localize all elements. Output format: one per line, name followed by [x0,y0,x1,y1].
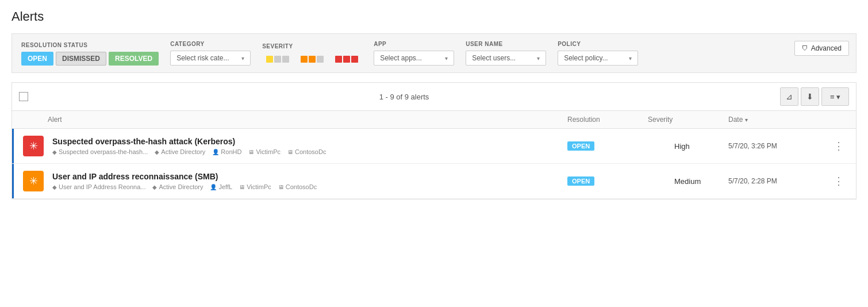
row-indicator [12,164,14,198]
table-row: ✳ User and IP address reconnaissance (SM… [12,164,856,199]
meta-machine2: 🖥 ContosoDc [287,148,326,155]
resolution-status-group: RESOLUTION STATUS OPEN DISMISSED RESOLVE… [21,42,159,66]
meta-machine1-text: VictimPc [247,183,271,190]
policy-group: POLICY Select policy... ▾ [558,41,638,66]
severity-dots [648,178,671,185]
sev-dot-1 [648,143,655,149]
alert-icon-high: ✳ [23,136,44,156]
user-icon: 👤 [210,184,217,190]
category-label: CATEGORY [170,41,251,47]
col-header-actions [832,116,849,124]
severity-dots [648,143,671,149]
meta-directory-text: Active Directory [159,183,203,190]
sev-dot-2 [656,178,663,185]
open-button[interactable]: OPEN [21,52,53,66]
col-header-severity: Severity [648,116,728,124]
username-placeholder: Select users... [472,54,516,62]
user-icon: 👤 [212,149,219,155]
col-header-date[interactable]: Date ▾ [728,116,832,124]
sort-arrow-icon: ▾ [745,117,748,123]
category-dropdown[interactable]: Select risk cate... ▾ [170,51,251,66]
sev-high-sq1 [335,56,342,63]
policy-label: POLICY [558,41,638,47]
meta-machine2-text: ContosoDc [295,148,326,155]
meta-user: 👤 JeffL [210,183,232,190]
date-col-label: Date [728,116,743,124]
machine1-icon: 🖥 [248,149,254,155]
resolution-cell: OPEN [567,141,648,151]
resolved-button[interactable]: RESOLVED [109,52,159,66]
meta-user: 👤 RonHD [212,148,241,155]
meta-machine2: 🖥 ContosoDc [278,183,317,190]
table-row: ✳ Suspected overpass-the-hash attack (Ke… [12,129,856,164]
meta-directory: ◆ Active Directory [155,148,205,155]
resolution-cell: OPEN [567,176,648,186]
meta-policy-text: Suspected overpass-the-hash... [59,148,148,155]
meta-policy: ◆ User and IP Address Reonna... [52,183,145,190]
alerts-table: 1 - 9 of 9 alerts ⊿ ⬇ ≡ ▾ Alert Resoluti… [11,82,857,199]
advanced-button[interactable]: ⛉ Advanced [794,41,849,56]
severity-cell: Medium [648,177,728,186]
policy-dropdown[interactable]: Select policy... ▾ [558,51,638,66]
alert-icon-medium: ✳ [23,171,44,191]
sev-low-sq3 [282,56,289,63]
username-dropdown[interactable]: Select users... ▾ [466,51,546,66]
meta-machine2-text: ContosoDc [286,183,317,190]
date-cell: 5/7/20, 3:26 PM [728,142,832,150]
resolution-status-controls: OPEN DISMISSED RESOLVED [21,52,159,66]
advanced-label: Advanced [811,44,842,52]
meta-directory: ◆ Active Directory [152,183,203,190]
col-header-alert: Alert [48,116,567,124]
alert-title: User and IP address reconnaissance (SMB) [52,172,567,181]
alert-meta: ◆ User and IP Address Reonna... ◆ Active… [52,183,567,190]
alert-meta: ◆ Suspected overpass-the-hash... ◆ Activ… [52,148,567,155]
alert-content: User and IP address reconnaissance (SMB)… [48,172,567,190]
columns-button[interactable]: ≡ ▾ [821,87,849,106]
row-menu-button[interactable]: ⋮ [832,175,846,187]
meta-machine1-text: VictimPc [256,148,281,155]
columns-icon: ≡ ▾ [830,93,840,101]
policy-icon: ◆ [52,149,57,155]
sev-low-sq2 [274,56,281,63]
app-dropdown[interactable]: Select apps... ▾ [374,51,454,66]
policy-chevron: ▾ [629,55,632,62]
dismissed-button[interactable]: DISMISSED [56,52,106,66]
sev-low-sq1 [266,56,273,63]
username-label: USER NAME [466,41,546,47]
sev-med-sq2 [309,56,316,63]
funnel-icon: ⊿ [786,92,793,101]
category-placeholder: Select risk cate... [176,54,229,62]
pagination-info: 1 - 9 of 9 alerts [28,93,780,101]
select-all-checkbox[interactable] [19,92,28,101]
export-button[interactable]: ⬇ [801,87,819,106]
policy-icon: ◆ [52,184,57,190]
severity-low-button[interactable] [262,53,293,66]
app-label: APP [374,41,454,47]
machine1-icon: 🖥 [239,184,245,190]
col-header-checkbox [19,116,48,124]
category-chevron: ▾ [241,55,244,62]
app-group: APP Select apps... ▾ [374,41,454,66]
toolbar-actions: ⊿ ⬇ ≡ ▾ [780,87,849,106]
status-badge: OPEN [567,141,594,151]
alert-title: Suspected overpass-the-hash attack (Kerb… [52,137,567,146]
filter-button[interactable]: ⊿ [780,87,798,106]
severity-label: High [674,142,690,151]
col-header-resolution: Resolution [567,116,648,124]
sev-high-sq2 [343,56,350,63]
severity-high-button[interactable] [331,53,362,66]
meta-directory-text: Active Directory [161,148,205,155]
row-menu-button[interactable]: ⋮ [832,140,846,152]
severity-label: Medium [674,177,701,186]
resolution-status-label: RESOLUTION STATUS [21,42,159,48]
sev-dot-3 [664,178,671,185]
app-placeholder: Select apps... [380,54,422,62]
severity-medium-button[interactable] [297,53,328,66]
download-icon: ⬇ [806,92,813,101]
page-title: Alerts [11,9,857,24]
column-headers: Alert Resolution Severity Date ▾ [12,111,856,129]
sev-high-sq3 [351,56,358,63]
meta-user-text: JeffL [218,183,232,190]
alert-content: Suspected overpass-the-hash attack (Kerb… [48,137,567,155]
policy-placeholder: Select policy... [564,54,608,62]
